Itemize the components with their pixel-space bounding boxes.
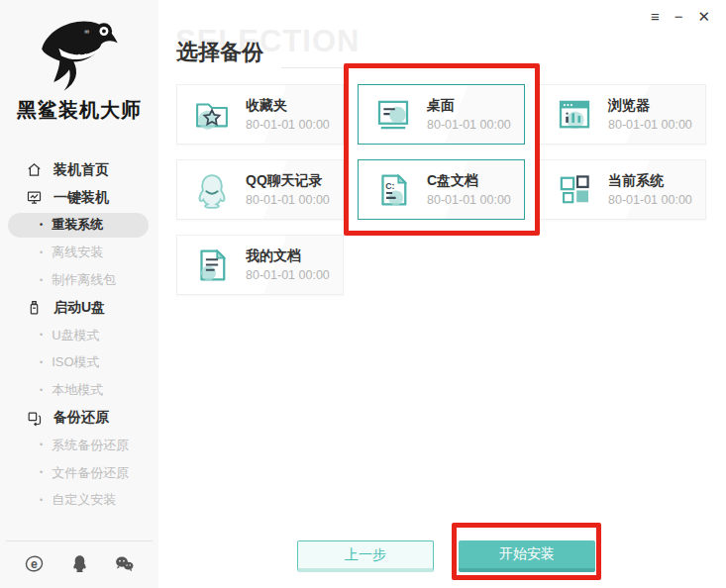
page-title: 选择备份 <box>176 38 263 67</box>
card-text: C盘文档80-01-01 00:00 <box>427 172 511 207</box>
prev-step-button[interactable]: 上一步 <box>297 540 434 572</box>
sidebar-item-label: ISO模式 <box>52 353 99 371</box>
sidebar-item-label: 启动U盘 <box>53 299 105 317</box>
bullet-icon: • <box>40 248 43 257</box>
card-title: 桌面 <box>427 97 511 115</box>
backup-card-6[interactable]: 我的文档80-01-01 00:00 <box>176 235 344 295</box>
backup-card-4-selected[interactable]: C:C盘文档80-01-01 00:00 <box>358 159 525 220</box>
backup-card-3[interactable]: QQ聊天记录80-01-01 00:00 <box>176 159 344 220</box>
card-text: 我的文档80-01-01 00:00 <box>246 247 330 282</box>
bullet-icon: • <box>40 358 43 367</box>
bullet-icon: • <box>40 221 43 230</box>
backup-card-5[interactable]: 当前系统80-01-01 00:00 <box>539 159 706 220</box>
card-title: 当前系统 <box>608 172 692 190</box>
card-timestamp: 80-01-01 00:00 <box>246 268 330 282</box>
backup-cards-grid: 收藏夹80-01-01 00:00桌面80-01-01 00:00浏览器80-0… <box>176 84 706 295</box>
sidebar-item-label: 制作离线包 <box>52 271 116 289</box>
desktop-icon <box>372 94 414 136</box>
backup-card-1-selected[interactable]: 桌面80-01-01 00:00 <box>358 84 525 145</box>
sidebar-item-11[interactable]: •文件备份还原 <box>0 459 158 487</box>
brand: ∞ 黑鲨装机大师 <box>0 10 158 124</box>
card-timestamp: 80-01-01 00:00 <box>246 118 330 132</box>
card-text: 当前系统80-01-01 00:00 <box>608 172 692 207</box>
card-title: QQ聊天记录 <box>246 172 330 190</box>
card-text: 浏览器80-01-01 00:00 <box>608 97 692 132</box>
svg-text:e: e <box>31 557 38 571</box>
sidebar-item-9[interactable]: 备份还原 <box>0 404 158 432</box>
browser-icon <box>554 94 595 136</box>
backup-card-2[interactable]: 浏览器80-01-01 00:00 <box>539 84 706 145</box>
favorites-folder-icon <box>191 94 233 136</box>
sidebar-item-6[interactable]: •U盘模式 <box>0 322 158 349</box>
shark-logo-icon: ∞ <box>28 10 131 95</box>
sidebar-item-4[interactable]: •制作离线包 <box>0 266 158 294</box>
card-title: C盘文档 <box>427 172 511 190</box>
current-system-icon <box>554 169 595 211</box>
sidebar-item-label: 离线安装 <box>52 244 103 261</box>
menu-icon[interactable]: ≡ <box>651 9 660 24</box>
sidebar-item-7[interactable]: •ISO模式 <box>0 349 158 377</box>
my-documents-icon <box>191 245 233 286</box>
sidebar-item-label: 系统备份还原 <box>52 437 129 454</box>
card-text: 桌面80-01-01 00:00 <box>427 97 511 132</box>
start-install-button[interactable]: 开始安装 <box>459 540 595 572</box>
minimize-icon[interactable]: − <box>674 9 683 24</box>
brand-name: 黑鲨装机大师 <box>0 97 158 124</box>
sidebar-item-10[interactable]: •系统备份还原 <box>0 432 158 459</box>
wechat-icon[interactable] <box>114 553 135 574</box>
svg-text:C:: C: <box>385 181 394 191</box>
sidebar-item-8[interactable]: •本地模式 <box>0 376 158 404</box>
sidebar-item-12[interactable]: •自定义安装 <box>0 487 158 515</box>
sidebar-item-label: 本地模式 <box>52 381 103 399</box>
footer-divider <box>6 540 153 541</box>
home-icon <box>26 161 43 178</box>
bullet-icon: • <box>40 496 43 505</box>
ie-icon[interactable]: e <box>24 553 45 574</box>
close-icon[interactable]: ✕ <box>697 9 710 24</box>
card-timestamp: 80-01-01 00:00 <box>246 193 330 207</box>
card-title: 浏览器 <box>608 97 692 115</box>
sidebar: ∞ 黑鲨装机大师 装机首页一键装机•重装系统•离线安装•制作离线包启动U盘•U盘… <box>0 0 158 588</box>
bullet-icon: • <box>40 441 43 449</box>
sidebar-item-label: U盘模式 <box>52 327 99 344</box>
main-content: ≡−✕ SELECTION 选择备份 收藏夹80-01-01 00:00桌面80… <box>158 0 726 588</box>
usb-icon <box>26 299 43 316</box>
sidebar-item-label: 备份还原 <box>53 409 109 427</box>
bullet-icon: • <box>40 386 43 395</box>
card-text: QQ聊天记录80-01-01 00:00 <box>246 172 330 207</box>
card-text: 收藏夹80-01-01 00:00 <box>246 97 330 132</box>
bullet-icon: • <box>40 331 43 340</box>
qq-icon[interactable] <box>69 553 90 574</box>
backup-card-0[interactable]: 收藏夹80-01-01 00:00 <box>176 84 344 145</box>
sidebar-item-label: 重装系统 <box>52 216 103 234</box>
sidebar-item-0[interactable]: 装机首页 <box>0 156 158 184</box>
sidebar-item-label: 自定义安装 <box>52 491 116 509</box>
c-drive-doc-icon: C: <box>372 169 414 211</box>
sidebar-item-1[interactable]: 一键装机 <box>0 184 158 212</box>
card-timestamp: 80-01-01 00:00 <box>427 193 511 207</box>
sidebar-item-3[interactable]: •离线安装 <box>0 239 158 266</box>
sidebar-menu: 装机首页一键装机•重装系统•离线安装•制作离线包启动U盘•U盘模式•ISO模式•… <box>0 156 158 514</box>
sidebar-item-label: 一键装机 <box>53 189 109 207</box>
svg-text:∞: ∞ <box>84 28 89 35</box>
monitor-icon <box>26 189 43 206</box>
bullet-icon: • <box>40 276 43 285</box>
sidebar-item-label: 装机首页 <box>53 161 109 179</box>
qq-chat-icon <box>191 169 233 211</box>
footer-icons: e <box>0 553 158 588</box>
restore-icon <box>26 410 43 427</box>
card-timestamp: 80-01-01 00:00 <box>608 118 692 132</box>
title-underline <box>281 67 534 68</box>
card-title: 收藏夹 <box>246 97 330 115</box>
app-window: ∞ 黑鲨装机大师 装机首页一键装机•重装系统•离线安装•制作离线包启动U盘•U盘… <box>0 0 726 588</box>
sidebar-item-5[interactable]: 启动U盘 <box>0 294 158 322</box>
sidebar-item-label: 文件备份还原 <box>52 464 129 482</box>
sidebar-item-2-active[interactable]: •重装系统 <box>8 213 149 239</box>
window-controls: ≡−✕ <box>651 9 710 24</box>
card-timestamp: 80-01-01 00:00 <box>427 118 511 132</box>
sidebar-footer: e <box>0 540 158 588</box>
card-timestamp: 80-01-01 00:00 <box>608 193 692 207</box>
card-title: 我的文档 <box>246 247 330 265</box>
bullet-icon: • <box>40 468 43 477</box>
